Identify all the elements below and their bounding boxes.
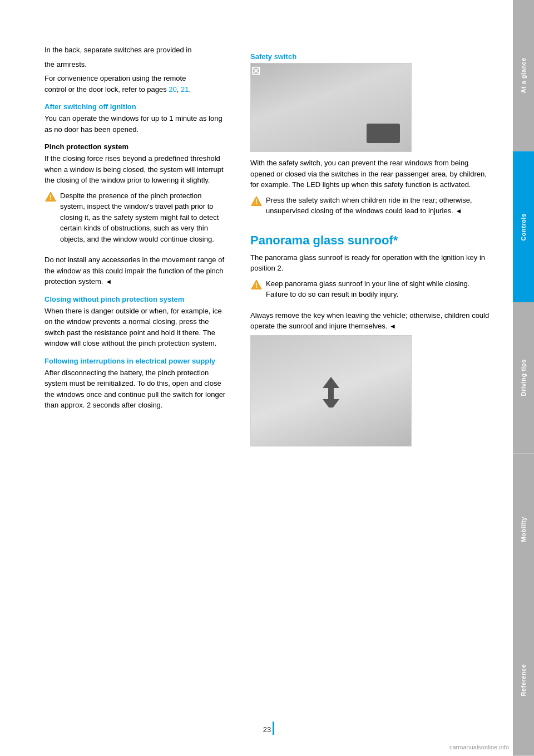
sidebar-tab-mobility[interactable]: Mobility [513,454,534,605]
closing-without-text: When there is danger outside or when, fo… [44,306,228,349]
pinch-warning-row: ! Despite the presence of the pinch prot… [44,190,228,248]
safety-switch-warning-block: ! Press the safety switch when children … [250,195,490,222]
page-ref-21[interactable]: 21 [181,85,189,94]
sunroof-image [250,335,412,446]
warning-icon-pinch: ! [44,191,57,203]
safety-switch-heading: Safety switch [250,52,490,61]
panorama-warning-text: Keep panorama glass sunroof in your line… [266,278,490,300]
page-indicator [273,721,274,735]
watermark: carmanualsonline.info [449,744,509,750]
panorama-warning-row: ! Keep panorama glass sunroof in your li… [250,278,490,303]
panorama-text2: Always remove the key when leaving the v… [250,310,490,332]
sidebar-tab-reference[interactable]: Reference [513,605,534,756]
pinch-protection-heading: Pinch protection system [44,143,228,151]
intro-line2: the armrests. [44,59,228,70]
pinch-warning-block: ! Despite the presence of the pinch prot… [44,190,228,251]
safety-switch-text1: With the safety switch, you can prevent … [250,158,490,190]
section-end-marker-panorama: ◄ [389,321,396,331]
safety-switch-warning-row: ! Press the safety switch when children … [250,195,490,220]
sidebar-tab-label-driving-tips: Driving tips [520,360,527,397]
closing-without-heading: Closing without pinch protection system [44,295,228,303]
sidebar: At a glance Controls Driving tips Mobili… [513,0,534,756]
warning-icon-panorama: ! [250,279,263,291]
warning-icon-safety: ! [250,195,263,208]
page-ref-20[interactable]: 20 [169,85,176,94]
safety-switch-warning-text: Press the safety switch when children ri… [266,195,490,217]
panorama-heading: Panorama glass sunroof* [250,233,490,248]
svg-text:!: ! [255,198,258,205]
main-content: In the back, separate switches are provi… [0,0,513,756]
sidebar-tab-driving-tips[interactable]: Driving tips [513,302,534,454]
sidebar-tab-label-reference: Reference [520,664,527,696]
after-ignition-heading: After switching off ignition [44,102,228,111]
pinch-protection-text1: If the closing force rises beyond a pred… [44,153,228,186]
after-ignition-text: You can operate the windows for up to 1 … [44,113,228,135]
svg-marker-7 [323,394,339,408]
sidebar-tab-label-mobility: Mobility [520,517,527,542]
right-column: Safety switch With the safety switch, yo… [239,45,501,723]
safety-switch-image [250,63,412,152]
sidebar-tab-label-controls: Controls [520,213,527,240]
pinch-warning-text: Despite the presence of the pinch protec… [60,190,228,245]
following-interruptions-text: After disconnecting the battery, the pin… [44,367,228,411]
pinch-text2: Do not install any accessories in the mo… [44,254,228,287]
panorama-warning-block: ! Keep panorama glass sunroof in your li… [250,278,490,306]
sunroof-visual [251,336,411,446]
section-end-marker-safety: ◄ [455,206,462,216]
sunroof-arrows [314,374,348,408]
following-interruptions-heading: Following interruptions in electrical po… [44,357,228,365]
sidebar-tab-at-a-glance[interactable]: At a glance [513,0,534,151]
svg-marker-6 [323,377,339,394]
section-end-marker-pinch: ◄ [105,277,112,287]
svg-text:!: ! [50,193,52,201]
sidebar-tab-controls[interactable]: Controls [513,151,534,303]
sidebar-tab-label-at-a-glance: At a glance [520,58,527,94]
panorama-text1: The panorama glass sunroof is ready for … [250,252,490,274]
page-container: In the back, separate switches are provi… [0,0,534,756]
safety-switch-visual [251,63,411,151]
intro-line1: In the back, separate switches are provi… [44,45,228,56]
intro-line3-4: For convenience operation using the remo… [44,73,228,95]
svg-text:!: ! [255,281,258,289]
left-column: In the back, separate switches are provi… [0,45,239,723]
page-number: 23 [263,725,271,734]
